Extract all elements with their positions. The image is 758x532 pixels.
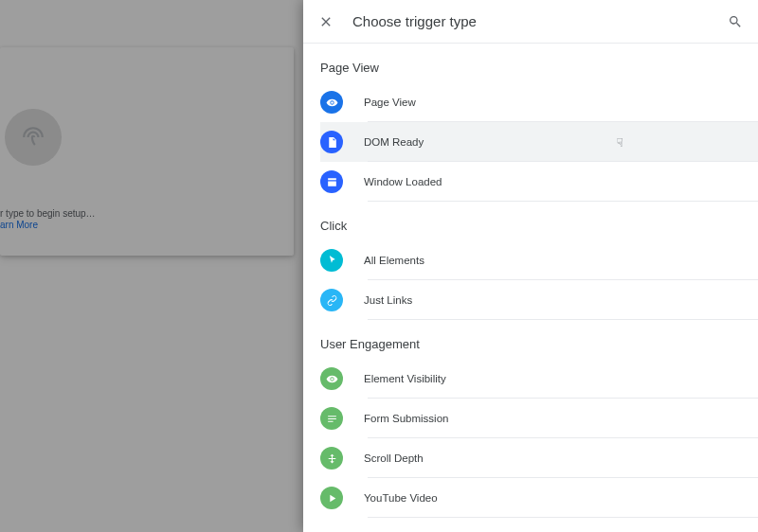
- trigger-option[interactable]: Form Submission: [320, 399, 758, 438]
- eye-icon: [320, 91, 343, 114]
- group-label: Page View: [320, 61, 758, 75]
- scroll-icon: [320, 447, 343, 470]
- choose-trigger-panel: Choose trigger type Page ViewPage ViewDO…: [303, 0, 758, 532]
- link-icon: [320, 289, 343, 311]
- trigger-option-label: Scroll Depth: [364, 452, 424, 464]
- search-icon: [728, 14, 743, 29]
- form-icon: [320, 407, 343, 430]
- trigger-option-label: Window Loaded: [364, 176, 442, 187]
- trigger-option[interactable]: All Elements: [320, 240, 758, 280]
- search-button[interactable]: [722, 9, 749, 35]
- trigger-option-label: All Elements: [364, 255, 424, 266]
- trigger-option[interactable]: Element Visibility: [320, 359, 758, 399]
- panel-title: Choose trigger type: [352, 13, 477, 29]
- trigger-option-label: Just Links: [364, 294, 412, 306]
- close-icon: [318, 14, 334, 29]
- trigger-option-label: Page View: [364, 97, 416, 108]
- trigger-group: Page ViewPage ViewDOM Ready☞Window Loade…: [320, 61, 758, 202]
- trigger-option-label: DOM Ready: [364, 136, 424, 148]
- play-icon: [320, 487, 343, 509]
- eye-icon: [320, 367, 343, 390]
- trigger-option[interactable]: YouTube Video: [320, 478, 758, 518]
- panel-body: Page ViewPage ViewDOM Ready☞Window Loade…: [303, 44, 758, 532]
- cursor-icon: [320, 249, 343, 272]
- trigger-option-label: YouTube Video: [364, 492, 438, 504]
- doc-icon: [320, 131, 343, 153]
- trigger-group: User EngagementElement VisibilityForm Su…: [320, 337, 758, 518]
- trigger-group: ClickAll ElementsJust Links: [320, 219, 758, 320]
- row-divider: [368, 517, 758, 518]
- trigger-option[interactable]: Scroll Depth: [320, 438, 758, 478]
- trigger-option-label: Form Submission: [364, 413, 448, 424]
- panel-header: Choose trigger type: [303, 0, 758, 44]
- row-divider: [368, 319, 758, 320]
- trigger-option[interactable]: Just Links: [320, 280, 758, 320]
- trigger-option[interactable]: Page View: [320, 82, 758, 122]
- trigger-option[interactable]: Window Loaded: [320, 162, 758, 202]
- group-label: Click: [320, 219, 758, 233]
- trigger-option[interactable]: DOM Ready☞: [320, 122, 758, 162]
- row-divider: [368, 201, 758, 202]
- close-button[interactable]: [313, 9, 339, 35]
- cursor-hand-icon: ☞: [613, 137, 626, 148]
- trigger-option-label: Element Visibility: [364, 373, 446, 384]
- window-icon: [320, 170, 343, 193]
- group-label: User Engagement: [320, 337, 758, 351]
